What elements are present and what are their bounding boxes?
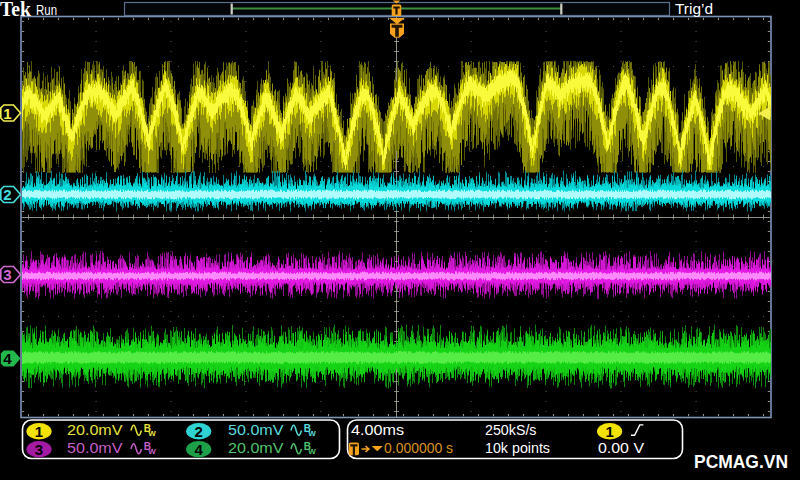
svg-text:W: W	[308, 429, 316, 438]
svg-text:10k points: 10k points	[485, 439, 550, 456]
svg-text:W: W	[148, 447, 156, 456]
svg-text:Tek: Tek	[0, 0, 32, 20]
svg-text:0.00 V: 0.00 V	[598, 439, 644, 456]
svg-text:0.000000 s: 0.000000 s	[384, 439, 453, 456]
svg-text:1: 1	[3, 105, 11, 122]
svg-text:50.0mV: 50.0mV	[67, 439, 123, 456]
svg-text:50.0mV: 50.0mV	[228, 421, 284, 438]
svg-text:1: 1	[35, 423, 43, 440]
svg-text:1: 1	[605, 423, 613, 440]
svg-text:W: W	[148, 429, 156, 438]
svg-text:20.0mV: 20.0mV	[228, 439, 284, 456]
svg-text:2: 2	[195, 423, 203, 440]
svg-text:250kS/s: 250kS/s	[485, 421, 537, 438]
svg-text:4: 4	[3, 350, 12, 367]
svg-text:Trig’d: Trig’d	[675, 0, 713, 17]
svg-text:20.0mV: 20.0mV	[67, 421, 123, 438]
svg-text:PCMAG.VN: PCMAG.VN	[694, 451, 788, 472]
svg-text:4.00ms: 4.00ms	[351, 421, 404, 438]
svg-text:4: 4	[195, 441, 204, 458]
svg-text:3: 3	[3, 266, 11, 283]
svg-text:3: 3	[35, 441, 43, 458]
svg-text:Run: Run	[36, 2, 57, 18]
svg-text:W: W	[308, 447, 316, 456]
svg-text:2: 2	[3, 186, 11, 203]
